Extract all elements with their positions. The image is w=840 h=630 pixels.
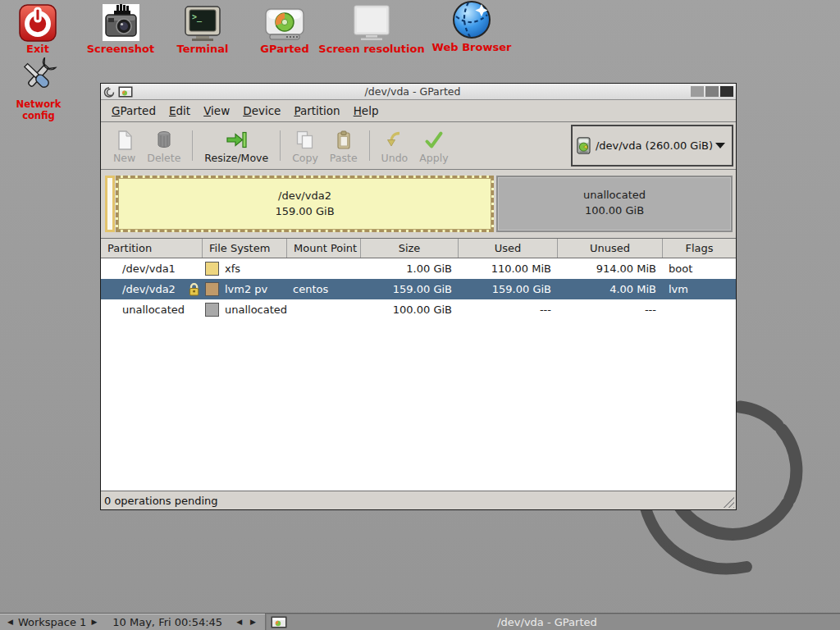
column-header-file-system[interactable]: File System bbox=[203, 239, 287, 258]
new-button: New bbox=[107, 125, 141, 167]
desktop-icon-web-browser[interactable]: Web Browser bbox=[421, 1, 523, 53]
desktop-icon-screen-resolution[interactable]: Screen resolution bbox=[316, 2, 427, 55]
tools-icon bbox=[0, 57, 77, 97]
device-selector-value: /dev/vda (260.00 GiB) bbox=[596, 139, 713, 152]
toolbar-separator bbox=[192, 130, 193, 161]
partition-visual-name: unallocated bbox=[498, 187, 731, 203]
partition-visual-panel: /dev/vda2 159.00 GiB unallocated 100.00 … bbox=[101, 170, 736, 239]
table-row-unallocated[interactable]: unallocated unallocated 100.00 GiB --- -… bbox=[101, 299, 736, 320]
toolbar: New Delete Resize/Move Copy bbox=[101, 122, 736, 170]
device-drive-icon bbox=[577, 135, 591, 156]
partition-visual-unallocated[interactable]: unallocated 100.00 GiB bbox=[496, 176, 733, 232]
partition-table: /dev/vda1 xfs 1.00 GiB 110.00 MiB 914.00… bbox=[101, 258, 736, 491]
resize-move-icon bbox=[225, 130, 248, 151]
window-title: /dev/vda - GParted bbox=[136, 85, 689, 98]
partition-visual-name: /dev/vda2 bbox=[118, 188, 491, 203]
desktop-icon-label: Web Browser bbox=[421, 42, 523, 53]
menu-edit[interactable]: Edit bbox=[162, 101, 197, 121]
desktop-icon-label: Terminal bbox=[166, 43, 240, 55]
delete-button: Delete bbox=[141, 125, 186, 167]
status-bar: 0 operations pending bbox=[101, 491, 736, 509]
workspace-label: Workspace 1 bbox=[16, 616, 89, 628]
camera-icon bbox=[82, 2, 159, 42]
chevron-down-icon bbox=[715, 143, 725, 148]
gparted-window: /dev/vda - GParted GParted Edit View Dev… bbox=[100, 83, 737, 510]
delete-partition-icon bbox=[153, 130, 175, 151]
workspace-next-arrow[interactable]: ▶ bbox=[89, 614, 99, 630]
svg-text:>_: >_ bbox=[192, 12, 203, 22]
table-row-vda2-selected[interactable]: /dev/vda2 lvm2 pv centos 159.00 GiB 159.… bbox=[101, 279, 736, 299]
window-iconify-button[interactable] bbox=[691, 86, 704, 97]
desktop-icon-label: Screen resolution bbox=[316, 43, 427, 55]
workspace-prev-arrow[interactable]: ◀ bbox=[5, 614, 16, 630]
desktop-icon-label: Exit bbox=[0, 43, 75, 55]
desktop-icon-gparted[interactable]: GParted bbox=[248, 2, 322, 55]
desktop-icon-screenshot[interactable]: Screenshot bbox=[82, 2, 159, 55]
column-header-used[interactable]: Used bbox=[459, 239, 558, 258]
menu-partition[interactable]: Partition bbox=[287, 101, 346, 121]
apply-icon bbox=[423, 130, 445, 151]
taskbar-clock: 10 May, Fri 00:54:45 bbox=[112, 616, 222, 628]
paste-icon bbox=[333, 130, 354, 151]
window-close-button[interactable] bbox=[720, 86, 733, 97]
column-header-mount-point[interactable]: Mount Point bbox=[287, 239, 361, 258]
desktop-icon-network-config[interactable]: Network config bbox=[0, 57, 77, 121]
desktop-icon-label: Screenshot bbox=[82, 43, 159, 55]
copy-icon bbox=[294, 130, 316, 151]
partition-visual-vda1[interactable] bbox=[105, 176, 115, 232]
undo-button: Undo bbox=[376, 125, 414, 167]
column-header-size[interactable]: Size bbox=[361, 239, 459, 258]
window-maximize-button[interactable] bbox=[705, 86, 719, 97]
menubar: GParted Edit View Device Partition Help bbox=[101, 100, 736, 122]
column-header-flags[interactable]: Flags bbox=[663, 239, 736, 258]
taskbar: ◀ Workspace 1 ▶ 10 May, Fri 00:54:45 ◀ ▶… bbox=[0, 613, 840, 630]
desktop-icon-exit[interactable]: Exit bbox=[0, 2, 75, 55]
column-header-unused[interactable]: Unused bbox=[558, 239, 663, 258]
task-button-gparted[interactable]: /dev/vda - GParted bbox=[265, 614, 840, 630]
device-selector[interactable]: /dev/vda (260.00 GiB) bbox=[571, 125, 733, 167]
desktop-icon-terminal[interactable]: >_ Terminal bbox=[166, 2, 240, 55]
resize-grip[interactable] bbox=[722, 495, 734, 508]
partition-visual-vda2[interactable]: /dev/vda2 159.00 GiB bbox=[116, 176, 494, 232]
task-title: /dev/vda - GParted bbox=[287, 616, 840, 628]
copy-button: Copy bbox=[286, 125, 324, 167]
partition-visual-size: 159.00 GiB bbox=[118, 203, 491, 219]
new-partition-icon bbox=[114, 130, 135, 151]
apply-button: Apply bbox=[413, 125, 454, 167]
desktop-icon-label: GParted bbox=[248, 43, 322, 55]
task-prev-arrow[interactable]: ◀ bbox=[234, 614, 244, 630]
lock-icon bbox=[188, 282, 200, 296]
titlebar[interactable]: /dev/vda - GParted bbox=[101, 84, 736, 100]
filesystem-color-swatch bbox=[205, 303, 219, 317]
power-icon bbox=[0, 2, 75, 42]
resize-move-button[interactable]: Resize/Move bbox=[199, 125, 274, 167]
partition-visual-size: 100.00 GiB bbox=[498, 203, 731, 218]
menu-view[interactable]: View bbox=[197, 101, 236, 121]
task-next-arrow[interactable]: ▶ bbox=[248, 614, 258, 630]
table-header: Partition File System Mount Point Size U… bbox=[101, 239, 736, 258]
desktop-icon-label: Network config bbox=[0, 98, 77, 121]
toolbar-separator bbox=[280, 130, 281, 161]
menu-help[interactable]: Help bbox=[347, 101, 386, 121]
toolbar-separator bbox=[369, 130, 370, 161]
paste-button: Paste bbox=[324, 125, 363, 167]
window-manager-icon bbox=[103, 85, 115, 98]
menu-gparted[interactable]: GParted bbox=[105, 101, 162, 121]
table-row-vda1[interactable]: /dev/vda1 xfs 1.00 GiB 110.00 MiB 914.00… bbox=[101, 258, 736, 279]
globe-icon bbox=[421, 1, 523, 40]
terminal-icon: >_ bbox=[166, 2, 240, 42]
menu-device[interactable]: Device bbox=[236, 101, 287, 121]
undo-icon bbox=[384, 130, 405, 151]
harddisk-pie-icon bbox=[248, 2, 322, 42]
gparted-task-icon bbox=[271, 616, 287, 628]
gparted-app-icon bbox=[118, 86, 133, 98]
filesystem-color-swatch bbox=[205, 282, 219, 296]
monitor-icon bbox=[316, 2, 427, 42]
filesystem-color-swatch bbox=[205, 262, 219, 276]
pending-operations-text: 0 operations pending bbox=[104, 495, 218, 507]
column-header-partition[interactable]: Partition bbox=[101, 239, 203, 258]
